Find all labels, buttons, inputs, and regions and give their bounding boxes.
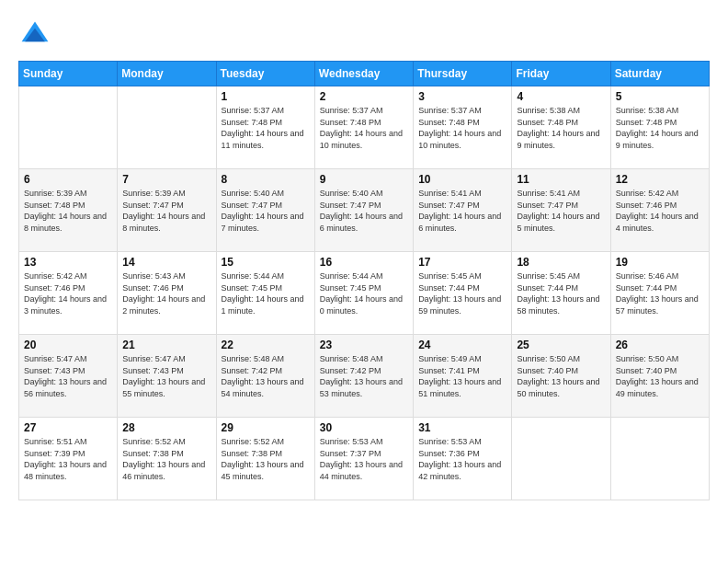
- calendar-week-row: 13Sunrise: 5:42 AM Sunset: 7:46 PM Dayli…: [19, 252, 710, 335]
- day-detail: Sunrise: 5:39 AM Sunset: 7:47 PM Dayligh…: [122, 188, 210, 234]
- day-detail: Sunrise: 5:45 AM Sunset: 7:44 PM Dayligh…: [517, 270, 605, 316]
- calendar-cell: 31Sunrise: 5:53 AM Sunset: 7:36 PM Dayli…: [414, 418, 512, 500]
- day-detail: Sunrise: 5:51 AM Sunset: 7:39 PM Dayligh…: [24, 436, 112, 482]
- day-detail: Sunrise: 5:49 AM Sunset: 7:41 PM Dayligh…: [418, 353, 506, 399]
- calendar-cell: 16Sunrise: 5:44 AM Sunset: 7:45 PM Dayli…: [314, 252, 413, 335]
- calendar-cell: [610, 418, 709, 500]
- calendar-week-row: 1Sunrise: 5:37 AM Sunset: 7:48 PM Daylig…: [19, 86, 710, 169]
- day-number: 16: [320, 256, 408, 269]
- calendar-cell: [512, 418, 610, 500]
- calendar-cell: 7Sunrise: 5:39 AM Sunset: 7:47 PM Daylig…: [118, 169, 216, 252]
- day-detail: Sunrise: 5:41 AM Sunset: 7:47 PM Dayligh…: [418, 188, 506, 234]
- calendar-cell: 26Sunrise: 5:50 AM Sunset: 7:40 PM Dayli…: [610, 335, 709, 418]
- day-number: 6: [24, 173, 112, 186]
- calendar-cell: 2Sunrise: 5:37 AM Sunset: 7:48 PM Daylig…: [314, 86, 413, 169]
- day-detail: Sunrise: 5:37 AM Sunset: 7:48 PM Dayligh…: [222, 105, 310, 151]
- weekday-header-monday: Monday: [118, 62, 216, 86]
- day-detail: Sunrise: 5:52 AM Sunset: 7:38 PM Dayligh…: [222, 436, 310, 482]
- day-detail: Sunrise: 5:46 AM Sunset: 7:44 PM Dayligh…: [616, 270, 704, 316]
- calendar-week-row: 27Sunrise: 5:51 AM Sunset: 7:39 PM Dayli…: [19, 418, 710, 500]
- day-detail: Sunrise: 5:41 AM Sunset: 7:47 PM Dayligh…: [517, 188, 605, 234]
- calendar-cell: 1Sunrise: 5:37 AM Sunset: 7:48 PM Daylig…: [216, 86, 314, 169]
- day-number: 8: [222, 173, 310, 186]
- calendar-cell: 10Sunrise: 5:41 AM Sunset: 7:47 PM Dayli…: [414, 169, 512, 252]
- calendar-cell: 3Sunrise: 5:37 AM Sunset: 7:48 PM Daylig…: [414, 86, 512, 169]
- day-detail: Sunrise: 5:45 AM Sunset: 7:44 PM Dayligh…: [418, 270, 506, 316]
- day-detail: Sunrise: 5:38 AM Sunset: 7:48 PM Dayligh…: [517, 105, 605, 151]
- weekday-header-row: SundayMondayTuesdayWednesdayThursdayFrid…: [19, 62, 710, 86]
- weekday-header-wednesday: Wednesday: [314, 62, 413, 86]
- calendar-cell: 22Sunrise: 5:48 AM Sunset: 7:42 PM Dayli…: [216, 335, 314, 418]
- calendar-cell: 20Sunrise: 5:47 AM Sunset: 7:43 PM Dayli…: [19, 335, 118, 418]
- calendar-cell: [19, 86, 118, 169]
- day-detail: Sunrise: 5:47 AM Sunset: 7:43 PM Dayligh…: [122, 353, 210, 399]
- calendar-cell: 30Sunrise: 5:53 AM Sunset: 7:37 PM Dayli…: [314, 418, 413, 500]
- day-number: 12: [616, 173, 704, 186]
- calendar-cell: 25Sunrise: 5:50 AM Sunset: 7:40 PM Dayli…: [512, 335, 610, 418]
- page-header: [18, 18, 710, 52]
- day-detail: Sunrise: 5:50 AM Sunset: 7:40 PM Dayligh…: [616, 353, 704, 399]
- weekday-header-tuesday: Tuesday: [216, 62, 314, 86]
- calendar-week-row: 6Sunrise: 5:39 AM Sunset: 7:48 PM Daylig…: [19, 169, 710, 252]
- calendar-cell: 15Sunrise: 5:44 AM Sunset: 7:45 PM Dayli…: [216, 252, 314, 335]
- day-number: 3: [418, 90, 506, 103]
- day-detail: Sunrise: 5:47 AM Sunset: 7:43 PM Dayligh…: [24, 353, 112, 399]
- logo: [18, 18, 57, 52]
- weekday-header-sunday: Sunday: [19, 62, 118, 86]
- day-number: 27: [24, 421, 112, 434]
- day-number: 11: [517, 173, 605, 186]
- calendar-cell: 14Sunrise: 5:43 AM Sunset: 7:46 PM Dayli…: [118, 252, 216, 335]
- day-number: 4: [517, 90, 605, 103]
- calendar-cell: 5Sunrise: 5:38 AM Sunset: 7:48 PM Daylig…: [610, 86, 709, 169]
- day-number: 20: [24, 339, 112, 351]
- day-detail: Sunrise: 5:42 AM Sunset: 7:46 PM Dayligh…: [616, 188, 704, 234]
- calendar-cell: 28Sunrise: 5:52 AM Sunset: 7:38 PM Dayli…: [118, 418, 216, 500]
- calendar-table: SundayMondayTuesdayWednesdayThursdayFrid…: [18, 61, 710, 500]
- calendar-week-row: 20Sunrise: 5:47 AM Sunset: 7:43 PM Dayli…: [19, 335, 710, 418]
- day-number: 14: [122, 256, 210, 269]
- calendar-cell: 9Sunrise: 5:40 AM Sunset: 7:47 PM Daylig…: [314, 169, 413, 252]
- calendar-cell: 19Sunrise: 5:46 AM Sunset: 7:44 PM Dayli…: [610, 252, 709, 335]
- day-number: 9: [320, 173, 408, 186]
- day-detail: Sunrise: 5:43 AM Sunset: 7:46 PM Dayligh…: [122, 270, 210, 316]
- day-detail: Sunrise: 5:40 AM Sunset: 7:47 PM Dayligh…: [222, 188, 310, 234]
- calendar-cell: 24Sunrise: 5:49 AM Sunset: 7:41 PM Dayli…: [414, 335, 512, 418]
- day-detail: Sunrise: 5:42 AM Sunset: 7:46 PM Dayligh…: [24, 270, 112, 316]
- day-detail: Sunrise: 5:39 AM Sunset: 7:48 PM Dayligh…: [24, 188, 112, 234]
- day-number: 2: [320, 90, 408, 103]
- day-detail: Sunrise: 5:44 AM Sunset: 7:45 PM Dayligh…: [320, 270, 408, 316]
- day-detail: Sunrise: 5:53 AM Sunset: 7:36 PM Dayligh…: [418, 436, 506, 482]
- day-number: 21: [122, 339, 210, 351]
- weekday-header-saturday: Saturday: [610, 62, 709, 86]
- day-number: 10: [418, 173, 506, 186]
- day-detail: Sunrise: 5:38 AM Sunset: 7:48 PM Dayligh…: [616, 105, 704, 151]
- calendar-cell: 18Sunrise: 5:45 AM Sunset: 7:44 PM Dayli…: [512, 252, 610, 335]
- weekday-header-friday: Friday: [512, 62, 610, 86]
- calendar-cell: 29Sunrise: 5:52 AM Sunset: 7:38 PM Dayli…: [216, 418, 314, 500]
- calendar-cell: 6Sunrise: 5:39 AM Sunset: 7:48 PM Daylig…: [19, 169, 118, 252]
- calendar-cell: 11Sunrise: 5:41 AM Sunset: 7:47 PM Dayli…: [512, 169, 610, 252]
- day-number: 31: [418, 421, 506, 434]
- day-detail: Sunrise: 5:44 AM Sunset: 7:45 PM Dayligh…: [222, 270, 310, 316]
- day-detail: Sunrise: 5:52 AM Sunset: 7:38 PM Dayligh…: [122, 436, 210, 482]
- day-number: 5: [616, 90, 704, 103]
- calendar-cell: 13Sunrise: 5:42 AM Sunset: 7:46 PM Dayli…: [19, 252, 118, 335]
- calendar-cell: [118, 86, 216, 169]
- calendar-cell: 8Sunrise: 5:40 AM Sunset: 7:47 PM Daylig…: [216, 169, 314, 252]
- day-detail: Sunrise: 5:50 AM Sunset: 7:40 PM Dayligh…: [517, 353, 605, 399]
- day-number: 30: [320, 421, 408, 434]
- day-number: 18: [517, 256, 605, 269]
- day-number: 13: [24, 256, 112, 269]
- day-number: 19: [616, 256, 704, 269]
- day-number: 24: [418, 339, 506, 351]
- weekday-header-thursday: Thursday: [414, 62, 512, 86]
- day-number: 1: [222, 90, 310, 103]
- calendar-cell: 17Sunrise: 5:45 AM Sunset: 7:44 PM Dayli…: [414, 252, 512, 335]
- calendar-cell: 27Sunrise: 5:51 AM Sunset: 7:39 PM Dayli…: [19, 418, 118, 500]
- calendar-cell: 21Sunrise: 5:47 AM Sunset: 7:43 PM Dayli…: [118, 335, 216, 418]
- logo-icon: [18, 18, 51, 52]
- day-number: 23: [320, 339, 408, 351]
- day-detail: Sunrise: 5:48 AM Sunset: 7:42 PM Dayligh…: [222, 353, 310, 399]
- day-number: 22: [222, 339, 310, 351]
- day-number: 25: [517, 339, 605, 351]
